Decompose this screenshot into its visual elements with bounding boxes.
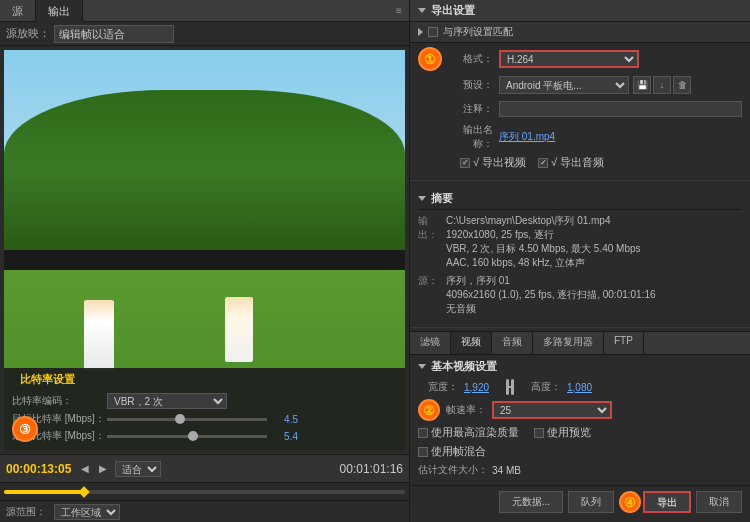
tab-filter[interactable]: 滤镜 — [410, 332, 451, 354]
figure1 — [84, 300, 114, 370]
quality-checkbox[interactable] — [418, 428, 428, 438]
output-label: 输出名称： — [448, 123, 493, 151]
note-input[interactable] — [499, 101, 742, 117]
seq-expand-icon — [418, 28, 423, 36]
quality-label: 使用最高渲染质量 — [431, 425, 519, 440]
save-preset-btn[interactable]: 💾 — [633, 76, 651, 94]
preset-icon-buttons: 💾 ↓ 🗑 — [633, 76, 691, 94]
preset-select[interactable]: Android 平板电... — [499, 76, 629, 94]
bitrate-max-value: 5.4 — [273, 431, 298, 442]
progress-playhead — [79, 486, 90, 497]
work-area-select[interactable]: 工作区域 — [54, 504, 120, 520]
bottom-bar: 源范围： 工作区域 — [0, 500, 409, 522]
file-size-row: 估计文件大小： 34 MB — [418, 463, 742, 477]
delete-preset-btn[interactable]: 🗑 — [673, 76, 691, 94]
height-value[interactable]: 1,080 — [567, 382, 602, 393]
summary-header: 摘要 — [418, 188, 742, 210]
video-settings-section: 基本视频设置 宽度： 1,920 高度： 1,080 ② — [410, 355, 750, 485]
output-row: 输出名称： 序列 01.mp4 — [418, 123, 742, 151]
format-label: 格式： — [448, 52, 493, 66]
right-tabs: 滤镜 视频 音频 多路复用器 FTP — [410, 331, 750, 355]
right-panel: 导出设置 与序列设置匹配 ① 格式： H.264 预设： Android 平板电… — [410, 0, 750, 522]
preset-label: 预设： — [448, 78, 493, 92]
tab-menu-icon[interactable]: ≡ — [389, 0, 409, 22]
vs-header: 基本视频设置 — [418, 359, 742, 374]
svg-rect-2 — [506, 386, 514, 388]
note-label: 注释： — [448, 102, 493, 116]
progress-track — [4, 490, 405, 494]
main-container: 源 输出 ≡ 源放映： 编辑帧以适合 ③ — [0, 0, 750, 522]
tab-source[interactable]: 源 — [0, 0, 36, 22]
framerate-row: ② 帧速率： 25 — [418, 399, 742, 421]
summary-expand-icon — [418, 196, 426, 201]
timeline-bar: 00:00:13:05 ◀ ▶ 适合 00:01:01:16 — [0, 454, 409, 482]
time-display-total: 00:01:01:16 — [340, 462, 403, 476]
basic-video-title: 基本视频设置 — [431, 359, 497, 374]
summary-src-val: 序列，序列 01 4096x2160 (1.0), 25 fps, 逐行扫描, … — [446, 274, 742, 316]
progress-area — [0, 482, 409, 500]
blend-item: 使用帧混合 — [418, 444, 486, 459]
export-video-item: √ 导出视频 — [460, 155, 526, 170]
export-audio-label: √ 导出音频 — [551, 155, 604, 170]
fit-select[interactable]: 适合 — [115, 461, 161, 477]
timeline-controls: ◀ ▶ — [77, 461, 111, 477]
basic-video-expand-icon — [418, 364, 426, 369]
preview-checkbox[interactable] — [534, 428, 544, 438]
source-bar: 源放映： 编辑帧以适合 — [0, 22, 409, 46]
source-select[interactable]: 编辑帧以适合 — [54, 25, 174, 43]
export-video-checkbox[interactable] — [460, 158, 470, 168]
bitrate-max-slider-container: 5.4 — [107, 431, 397, 442]
tab-video[interactable]: 视频 — [451, 332, 492, 354]
bitrate-target-slider[interactable] — [107, 418, 267, 421]
tab-audio[interactable]: 音频 — [492, 332, 533, 354]
bitrate-max-row: 最大比特率 [Mbps]： 5.4 — [12, 429, 397, 443]
tab-export[interactable]: 输出 — [36, 0, 83, 22]
output-value[interactable]: 序列 01.mp4 — [499, 130, 555, 144]
bitrate-target-value: 4.5 — [273, 414, 298, 425]
export-title: 导出设置 — [431, 3, 475, 18]
blend-label: 使用帧混合 — [431, 444, 486, 459]
export-audio-item: √ 导出音频 — [538, 155, 604, 170]
export-header: 导出设置 — [410, 0, 750, 22]
time-display-current: 00:00:13:05 — [6, 462, 71, 476]
export-button[interactable]: 导出 — [643, 491, 691, 513]
play-btn[interactable]: ▶ — [95, 461, 111, 477]
blend-options-row: 使用帧混合 — [418, 444, 742, 459]
prev-frame-btn[interactable]: ◀ — [77, 461, 93, 477]
format-select[interactable]: H.264 — [499, 50, 639, 68]
summary-src-block: 源： 序列，序列 01 4096x2160 (1.0), 25 fps, 逐行扫… — [418, 274, 742, 316]
note-row: 注释： — [418, 99, 742, 119]
framerate-label: 帧速率： — [446, 403, 486, 417]
summary-src-key: 源： — [418, 274, 446, 316]
tab-multiplexer[interactable]: 多路复用器 — [533, 332, 604, 354]
bitrate-encoding-label: 比特率编码： — [12, 394, 107, 408]
width-value[interactable]: 1,920 — [464, 382, 499, 393]
width-label: 宽度： — [418, 380, 458, 394]
import-preset-btn[interactable]: ↓ — [653, 76, 671, 94]
format-section: ① 格式： H.264 预设： Android 平板电... 💾 ↓ 🗑 — [410, 43, 750, 177]
match-seq-row: 与序列设置匹配 — [410, 22, 750, 43]
cancel-button[interactable]: 取消 — [696, 491, 742, 513]
bitrate-encoding-select[interactable]: VBR，2 次 — [107, 393, 227, 409]
queue-button[interactable]: 队列 — [568, 491, 614, 513]
framerate-select[interactable]: 25 — [492, 401, 612, 419]
bitrate-max-slider[interactable] — [107, 435, 267, 438]
badge-3-icon: ③ — [12, 416, 38, 442]
blend-checkbox[interactable] — [418, 447, 428, 457]
expand-icon — [418, 8, 426, 13]
export-audio-checkbox[interactable] — [538, 158, 548, 168]
trees — [4, 90, 405, 250]
format-row: ① 格式： H.264 — [418, 47, 742, 71]
badge4-icon: ④ — [619, 491, 641, 513]
tab-ftp[interactable]: FTP — [604, 332, 644, 354]
match-seq-checkbox[interactable] — [428, 27, 438, 37]
export-video-label: √ 导出视频 — [473, 155, 526, 170]
summary-section: 摘要 输出： C:\Users\mayn\Desktop\序列 01.mp4 1… — [410, 184, 750, 324]
badge2-icon: ② — [418, 399, 440, 421]
bitrate-target-row: 目标比特率 [Mbps]： 4.5 — [12, 412, 397, 426]
meta-button[interactable]: 元数据... — [499, 491, 563, 513]
preview-label: 使用预览 — [547, 425, 591, 440]
bitrate-overlay: ③ 比特率设置 比特率编码： VBR，2 次 目标比特率 [Mbps]： 4.5 — [4, 368, 405, 450]
summary-title: 摘要 — [431, 191, 453, 206]
badge1-icon: ① — [418, 47, 442, 71]
